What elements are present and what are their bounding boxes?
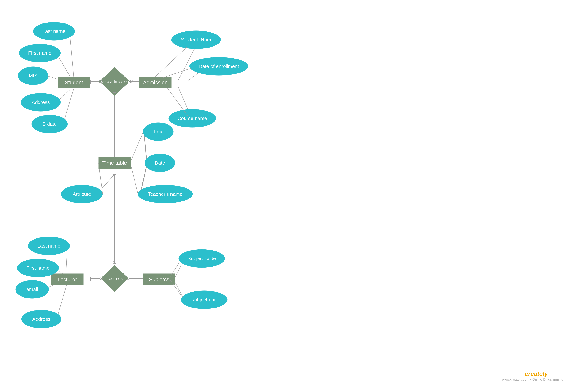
attr-mis-label: MIS xyxy=(29,73,38,78)
svg-line-32 xyxy=(144,135,147,162)
svg-line-35 xyxy=(144,135,147,162)
svg-line-52 xyxy=(58,282,67,316)
attr-address-student-label: Address xyxy=(32,99,50,105)
svg-line-23 xyxy=(100,174,115,191)
attr-time-label: Time xyxy=(153,129,164,135)
attr-address-lecturer-label: Address xyxy=(32,316,50,322)
er-diagram: Student Admission Time table Lecturer Su… xyxy=(0,0,574,392)
attr-subject-unit-label: subject unit xyxy=(192,297,217,303)
svg-line-74 xyxy=(170,280,181,295)
attr-email-label: email xyxy=(26,287,38,292)
attr-date-enrollment-label: Date of enrollment xyxy=(199,63,239,69)
svg-line-54 xyxy=(175,282,183,298)
attr-teacher-name-label: Teacher's name xyxy=(148,191,183,197)
svg-line-71 xyxy=(163,68,191,78)
entity-timetable-label: Time table xyxy=(102,160,127,166)
attr-last-name-student-label: Last name xyxy=(42,28,65,34)
entity-admission-label: Admission xyxy=(143,79,167,85)
attr-subject-code-label: Subject code xyxy=(187,256,216,261)
rel-take-admission-label: Take admission xyxy=(100,79,129,84)
svg-line-68 xyxy=(131,164,138,194)
rel-lectures-label: Lectures xyxy=(107,276,123,281)
svg-line-70 xyxy=(155,47,186,77)
entity-student-label: Student xyxy=(65,79,83,85)
attr-course-name-label: Course name xyxy=(178,116,207,121)
svg-line-66 xyxy=(131,132,143,161)
attr-first-name-student-label: First name xyxy=(28,50,52,56)
attr-first-name-lecturer-label: First name xyxy=(26,265,50,271)
svg-line-5 xyxy=(64,88,74,121)
svg-line-1 xyxy=(70,37,74,79)
watermark-brand: creately xyxy=(525,371,548,377)
attr-student-num-label: Student_Num xyxy=(181,37,211,43)
attr-attribute-label: Attribute xyxy=(73,191,91,197)
svg-line-4 xyxy=(58,86,74,101)
entity-subjetcs-label: Subjetcs xyxy=(149,276,169,282)
entity-lecturer-label: Lecturer xyxy=(58,276,77,282)
attr-last-name-lecturer-label: Last name xyxy=(37,243,60,249)
attr-date-label: Date xyxy=(155,160,165,166)
watermark-sub: www.creately.com • Online Diagramming xyxy=(502,378,563,381)
attr-bdate-label: B date xyxy=(42,121,57,127)
svg-line-37 xyxy=(141,165,147,191)
